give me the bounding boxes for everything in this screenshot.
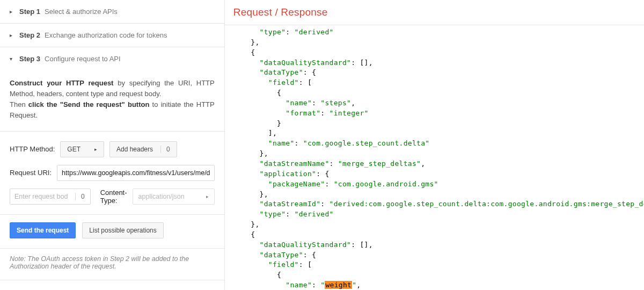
chevron-right-icon: ▸ <box>94 147 97 152</box>
response-heading-wrap: Request / Response <box>225 0 644 25</box>
content-type-dropdown[interactable]: application/json ▸ <box>133 189 215 205</box>
chevron-down-icon: ▾ <box>10 56 15 62</box>
step-3-num: Step 3 <box>19 55 40 63</box>
request-body-input[interactable] <box>10 193 72 200</box>
http-method-label: HTTP Method: <box>10 145 55 153</box>
step-1[interactable]: ▸ Step 1 Select & authorize APIs <box>0 0 224 24</box>
step-2-num: Step 2 <box>19 31 40 39</box>
step-3[interactable]: ▾ Step 3 Configure request to API <box>0 47 224 70</box>
chevron-right-icon: ▸ <box>206 194 209 199</box>
chevron-right-icon: ▸ <box>10 9 15 15</box>
step-2-title: Exchange authorization code for tokens <box>45 31 167 39</box>
chevron-right-icon: ▸ <box>10 32 15 38</box>
http-method-dropdown[interactable]: GET ▸ <box>60 141 104 157</box>
send-request-button[interactable]: Send the request <box>10 222 76 238</box>
step-3-instructions: Construct your HTTP request by specifyin… <box>0 70 224 132</box>
content-type-label: Content-Type: <box>100 189 127 205</box>
json-response: "type": "derived" }, { "dataQualityStand… <box>233 27 644 290</box>
oauth-note: Note: The OAuth access token in Step 2 w… <box>0 249 224 280</box>
step-3-title: Configure request to API <box>45 55 121 63</box>
step-1-title: Select & authorize APIs <box>45 8 118 16</box>
request-body-input-wrap[interactable]: 0 <box>10 189 91 205</box>
request-uri-label: Request URI: <box>10 169 52 177</box>
step-1-num: Step 1 <box>19 8 40 16</box>
response-heading: Request / Response <box>233 6 644 18</box>
add-headers-button[interactable]: Add headers 0 <box>109 141 177 157</box>
request-uri-input[interactable] <box>57 165 215 181</box>
step-2[interactable]: ▸ Step 2 Exchange authorization code for… <box>0 24 224 47</box>
list-operations-button[interactable]: List possible operations <box>82 222 163 238</box>
